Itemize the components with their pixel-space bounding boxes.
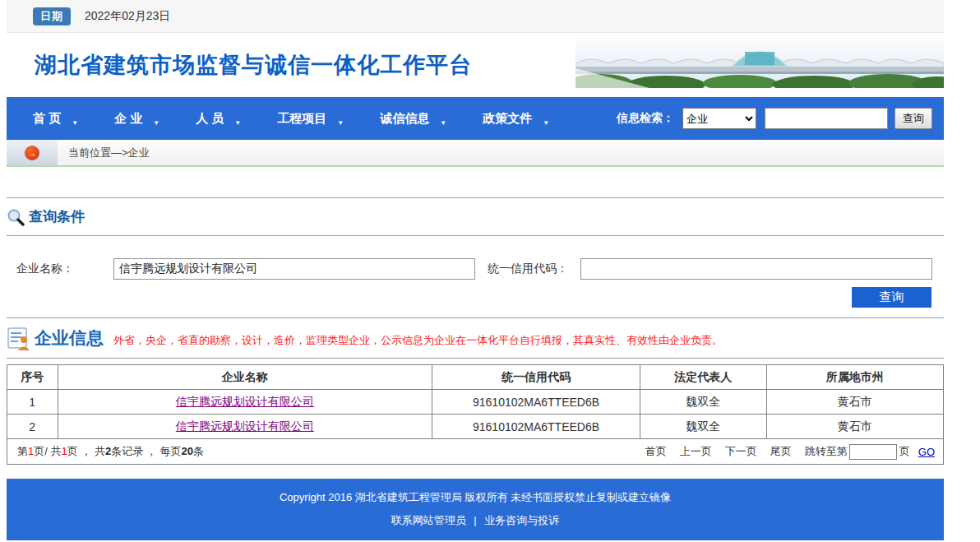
nav-item-personnel[interactable]: 人 员 ▼	[196, 111, 241, 127]
search-input[interactable]	[765, 108, 888, 129]
page-info-text: 第	[17, 445, 28, 457]
table-header-row: 序号 企业名称 统一信用代码 法定代表人 所属地市州	[7, 365, 944, 390]
last-page-link[interactable]: 尾页	[770, 444, 792, 459]
go-button[interactable]: GO	[918, 446, 935, 458]
topbar: 日期 2022年02月23日	[7, 0, 944, 33]
page-root: 日期 2022年02月23日 湖北省建筑市场监督与诚信一体化工作平台	[7, 0, 944, 540]
info-notice-text: 外省，央企，省直的勘察，设计，造价，监理类型企业，公示信息为企业在一体化平台自行…	[113, 328, 723, 348]
cell-credit-code: 91610102MA6TTEED6B	[432, 415, 640, 439]
cell-city: 黄石市	[766, 415, 943, 439]
page-info-text: 页 ， 共	[67, 445, 105, 457]
enterprise-list-icon	[7, 326, 31, 350]
nav-item-label: 工程项目	[277, 111, 326, 127]
nav-item-label: 企 业	[114, 111, 142, 127]
nav-item-label: 政策文件	[483, 111, 532, 127]
nav-search-area: 信息检索： 企业 查询	[617, 108, 944, 129]
chevron-down-icon: ▼	[234, 119, 241, 127]
company-link[interactable]: 信宇腾远规划设计有限公司	[176, 395, 314, 408]
jump-to-page-label: 跳转至第	[805, 444, 848, 459]
page-info-text: 条记录 ， 每页	[111, 445, 181, 457]
chevron-down-icon: ▼	[543, 119, 549, 127]
page-info: 第1页/ 共1页 ， 共2条记录 ， 每页20条	[17, 444, 204, 459]
cell-index: 2	[7, 415, 58, 439]
date-badge: 日期	[33, 7, 71, 25]
prev-page-link[interactable]: 上一页	[680, 444, 712, 459]
page-info-text: 条	[193, 445, 204, 457]
query-section-header: 查询条件	[7, 197, 944, 236]
arrow-right-icon: →	[25, 146, 39, 160]
copyright-text: Copyright 2016 湖北省建筑工程管理局 版权所有 未经书面授权禁止复…	[7, 490, 944, 505]
spacer	[7, 167, 944, 197]
nav-search-button[interactable]: 查询	[894, 108, 932, 129]
chevron-down-icon: ▼	[72, 119, 78, 127]
cell-index: 1	[7, 390, 58, 415]
company-name-label: 企业名称：	[16, 262, 113, 276]
page-size: 20	[181, 445, 192, 457]
company-name-input[interactable]	[113, 258, 475, 280]
breadcrumb-text: 当前位置—>企业	[68, 146, 150, 160]
nav-item-home[interactable]: 首 页 ▼	[33, 111, 78, 127]
pagination-row: 第1页/ 共1页 ， 共2条记录 ， 每页20条 首页 上一页 下一页 尾页 跳…	[7, 439, 944, 465]
spacer	[7, 465, 944, 479]
next-page-link[interactable]: 下一页	[725, 444, 757, 459]
first-page-link[interactable]: 首页	[645, 444, 667, 459]
nav-item-enterprise[interactable]: 企 业 ▼	[114, 111, 159, 127]
query-section-title: 查询条件	[29, 207, 85, 226]
total-pages-number: 1	[61, 445, 67, 457]
credit-code-input[interactable]	[580, 258, 932, 280]
contact-admin-link[interactable]: 联系网站管理员	[391, 514, 466, 526]
main-nav: 首 页 ▼ 企 业 ▼ 人 员 ▼ 工程项目 ▼ 诚信信息 ▼ 政策文件 ▼ 信…	[7, 97, 944, 140]
nav-item-label: 人 员	[196, 111, 224, 127]
chevron-down-icon: ▼	[440, 119, 446, 127]
breadcrumb: → 当前位置—>企业	[7, 140, 944, 167]
query-form: 企业名称： 统一信用代码： 查询	[7, 236, 944, 317]
nav-item-projects[interactable]: 工程项目 ▼	[277, 111, 344, 127]
cell-credit-code: 91610102MA6TTEED6B	[432, 390, 640, 415]
nav-item-policy[interactable]: 政策文件 ▼	[483, 111, 549, 127]
chevron-down-icon: ▼	[337, 119, 344, 127]
company-link[interactable]: 信宇腾远规划设计有限公司	[176, 419, 314, 433]
info-section-title: 企业信息	[35, 327, 104, 350]
footer-separator: |	[474, 514, 476, 526]
query-submit-button[interactable]: 查询	[852, 287, 931, 308]
jump-page-input[interactable]	[849, 444, 897, 460]
nav-item-credit-info[interactable]: 诚信信息 ▼	[380, 111, 446, 127]
nav-item-label: 首 页	[33, 111, 61, 127]
info-section-header: 企业信息 外省，央企，省直的勘察，设计，造价，监理类型企业，公示信息为企业在一体…	[7, 317, 944, 359]
credit-code-label: 统一信用代码：	[488, 262, 580, 276]
cell-legal-rep: 魏双全	[640, 415, 766, 439]
col-header-index: 序号	[7, 365, 58, 390]
business-inquiry-link[interactable]: 业务咨询与投诉	[484, 514, 559, 526]
col-header-city: 所属地市州	[766, 365, 943, 390]
col-header-legal-rep: 法定代表人	[640, 365, 766, 390]
search-icon	[7, 208, 25, 226]
site-header: 湖北省建筑市场监督与诚信一体化工作平台	[7, 33, 944, 97]
search-label: 信息检索：	[617, 111, 674, 126]
site-title: 湖北省建筑市场监督与诚信一体化工作平台	[35, 50, 472, 80]
page-info-text: 页/ 共	[34, 445, 61, 457]
pagination: 第1页/ 共1页 ， 共2条记录 ， 每页20条 首页 上一页 下一页 尾页 跳…	[7, 439, 943, 464]
table-row: 1 信宇腾远规划设计有限公司 91610102MA6TTEED6B 魏双全 黄石…	[7, 390, 944, 415]
search-category-select[interactable]: 企业	[682, 108, 756, 129]
results-table: 序号 企业名称 统一信用代码 法定代表人 所属地市州 1 信宇腾远规划设计有限公…	[7, 364, 944, 465]
date-value: 2022年02月23日	[85, 9, 170, 24]
footer: Copyright 2016 湖北省建筑工程管理局 版权所有 未经书面授权禁止复…	[7, 479, 944, 540]
cell-legal-rep: 魏双全	[640, 390, 766, 415]
col-header-credit-code: 统一信用代码	[432, 365, 640, 390]
breadcrumb-icon-block: →	[7, 140, 58, 165]
chevron-down-icon: ▼	[153, 119, 159, 127]
nav-item-label: 诚信信息	[380, 111, 429, 127]
jump-suffix-label: 页	[899, 444, 910, 459]
header-building-image	[576, 35, 944, 88]
cell-city: 黄石市	[766, 390, 943, 415]
col-header-company: 企业名称	[58, 365, 432, 390]
table-row: 2 信宇腾远规划设计有限公司 91610102MA6TTEED6B 魏双全 黄石…	[7, 415, 944, 439]
